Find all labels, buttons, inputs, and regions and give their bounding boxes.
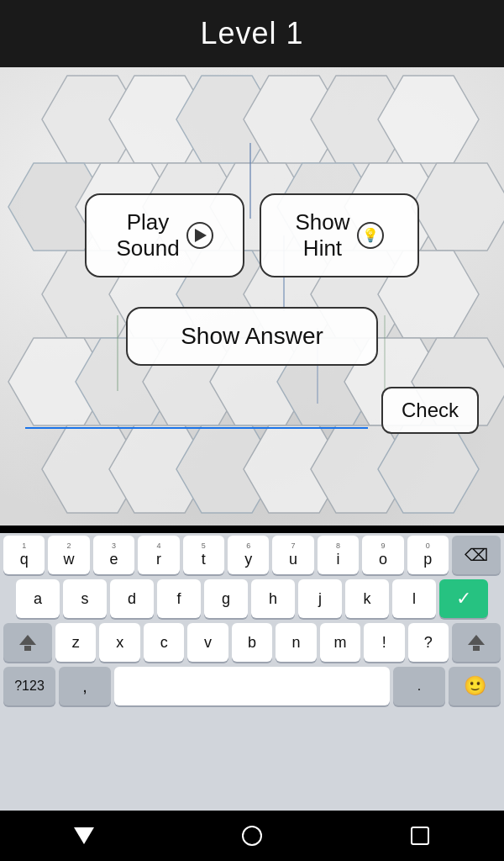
home-circle-icon (242, 826, 262, 846)
keyboard-row-al: a s d f g h j k l ✓ (0, 577, 504, 621)
key-q[interactable]: 1q (3, 536, 45, 574)
key-a[interactable]: a (16, 579, 60, 618)
key-t[interactable]: 5t (183, 536, 224, 574)
show-answer-button[interactable]: Show Answer (126, 307, 378, 366)
key-h[interactable]: h (251, 579, 295, 618)
answer-input[interactable] (25, 392, 368, 429)
shift-key-left[interactable] (3, 623, 52, 662)
keyboard-row-zm: z x c v b n m ! ? (0, 621, 504, 664)
play-sound-label: PlaySound (116, 209, 179, 261)
input-row: Check (0, 387, 504, 434)
recents-square-icon (411, 827, 429, 845)
keyboard-area: 1q 2w 3e 4r 5t 6y 7u 8i 9o 0p a s d f g … (0, 533, 504, 811)
shift-arrow-icon (19, 635, 36, 651)
emoji-icon: 🙂 (464, 675, 486, 697)
period-key[interactable]: . (393, 667, 445, 705)
show-hint-button[interactable]: ShowHint 💡 (260, 193, 419, 277)
comma-key[interactable]: , (59, 667, 111, 705)
enter-key[interactable]: ✓ (439, 579, 488, 618)
key-j[interactable]: j (298, 579, 342, 618)
symbol-toggle-key[interactable]: ?123 (3, 667, 55, 705)
key-e[interactable]: 3e (93, 536, 134, 574)
nav-recents-button[interactable] (403, 819, 437, 853)
keyboard-row-qp: 1q 2w 3e 4r 5t 6y 7u 8i 9o 0p (0, 533, 504, 577)
key-k[interactable]: k (345, 579, 389, 618)
key-question[interactable]: ? (408, 623, 449, 662)
key-exclaim[interactable]: ! (364, 623, 404, 662)
key-m[interactable]: m (320, 623, 360, 662)
key-c[interactable]: c (144, 623, 184, 662)
key-f[interactable]: f (157, 579, 201, 618)
key-x[interactable]: x (99, 623, 139, 662)
show-answer-label: Show Answer (181, 322, 323, 351)
game-area: PlaySound ShowHint 💡 Show Answer Check (0, 67, 504, 526)
shift-arrow-right-icon (468, 635, 485, 651)
key-y[interactable]: 6y (228, 536, 269, 574)
key-d[interactable]: d (110, 579, 154, 618)
key-z[interactable]: z (55, 623, 96, 662)
key-p[interactable]: 0p (407, 536, 449, 574)
check-label: Check (402, 399, 459, 421)
play-sound-button[interactable]: PlaySound (85, 193, 244, 277)
hint-icon: 💡 (357, 222, 384, 249)
key-r[interactable]: 4r (138, 536, 179, 574)
main-button-row: PlaySound ShowHint 💡 (0, 193, 504, 277)
nav-home-button[interactable] (235, 819, 269, 853)
play-icon (186, 222, 213, 249)
buttons-layer: PlaySound ShowHint 💡 Show Answer Check (0, 67, 504, 526)
bottom-nav-bar (0, 811, 504, 861)
key-w[interactable]: 2w (48, 536, 89, 574)
key-o[interactable]: 9o (362, 536, 403, 574)
level-title: Level 1 (200, 16, 303, 51)
backspace-key[interactable] (452, 536, 501, 574)
keyboard-spacebar-row: ?123 , . 🙂 (0, 664, 504, 708)
answer-button-row: Show Answer (0, 307, 504, 366)
nav-back-button[interactable] (67, 819, 101, 853)
key-v[interactable]: v (187, 623, 228, 662)
key-s[interactable]: s (63, 579, 107, 618)
key-g[interactable]: g (204, 579, 248, 618)
emoji-key[interactable]: 🙂 (449, 667, 501, 705)
symbol-toggle-label: ?123 (14, 679, 45, 694)
shift-key-right[interactable] (452, 623, 501, 662)
key-b[interactable]: b (232, 623, 272, 662)
show-hint-label: ShowHint (295, 209, 349, 261)
key-u[interactable]: 7u (272, 536, 313, 574)
key-i[interactable]: 8i (318, 536, 359, 574)
back-arrow-icon (74, 827, 94, 844)
top-bar: Level 1 (0, 0, 504, 67)
key-l[interactable]: l (392, 579, 436, 618)
key-n[interactable]: n (276, 623, 316, 662)
space-key[interactable] (114, 667, 390, 705)
check-button[interactable]: Check (381, 387, 479, 434)
